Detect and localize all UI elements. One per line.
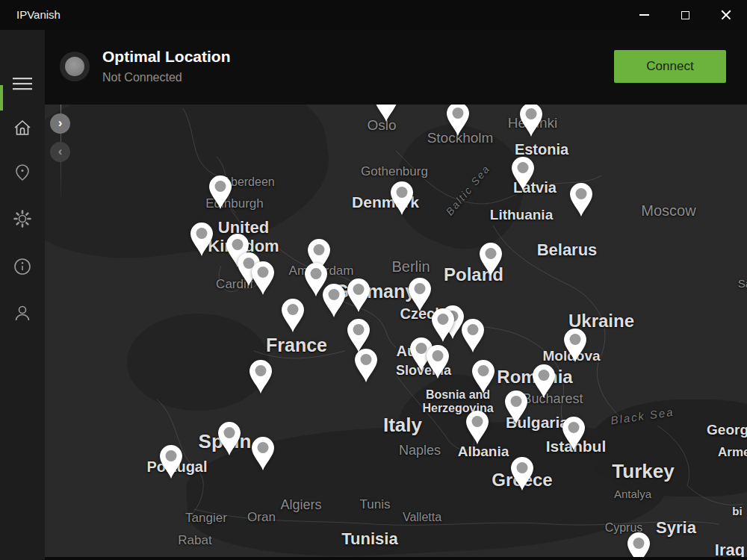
map-pin[interactable] (249, 261, 276, 296)
titlebar: IPVanish (0, 0, 747, 30)
map-pin[interactable] (560, 416, 587, 451)
header: Optimal Location Not Connected Connect (45, 30, 747, 105)
map-pin[interactable] (625, 532, 652, 560)
map-pin[interactable] (530, 364, 557, 399)
map-pin[interactable] (345, 278, 372, 313)
page-title: Optimal Location (102, 48, 231, 66)
map-pin[interactable] (477, 242, 504, 277)
bottom-bar (45, 557, 747, 560)
map-pin[interactable] (249, 436, 276, 471)
map-pin[interactable] (562, 328, 589, 363)
map-pin[interactable] (216, 421, 243, 456)
active-indicator (0, 85, 3, 111)
close-icon (721, 10, 731, 20)
map-pin[interactable] (444, 105, 471, 137)
map-pin[interactable] (388, 181, 415, 216)
maximize-button[interactable] (668, 0, 702, 30)
map-pin[interactable] (247, 359, 274, 394)
connection-status-text: Not Connected (102, 71, 182, 84)
sidebar-item-info[interactable] (7, 252, 37, 281)
menu-button[interactable] (7, 69, 37, 99)
minimize-button[interactable] (627, 0, 661, 30)
map-pin[interactable] (503, 390, 530, 425)
map-prev-button[interactable]: ‹ (50, 142, 70, 162)
status-lamp-icon (65, 57, 84, 76)
map-pin[interactable] (518, 105, 545, 137)
map-pin[interactable] (464, 410, 491, 445)
sidebar-item-home[interactable] (7, 113, 37, 143)
info-icon (12, 256, 33, 277)
sidebar-item-settings[interactable] (7, 204, 37, 234)
sidebar (0, 30, 45, 560)
map-pin[interactable] (353, 348, 379, 383)
map-pin[interactable] (406, 277, 433, 312)
map-pin[interactable] (320, 283, 347, 318)
map-pin[interactable] (568, 182, 595, 217)
map-pin[interactable] (424, 344, 451, 379)
map-pin[interactable] (207, 175, 234, 210)
settings-gear-icon (12, 208, 33, 229)
map-pin[interactable] (279, 298, 306, 333)
account-icon (12, 302, 33, 323)
country-borders (45, 105, 747, 560)
map-pin[interactable] (509, 456, 536, 491)
map-canvas[interactable]: › ‹ OsloStockholmHelsinkiGothenburgMosco… (45, 105, 747, 560)
map-pin[interactable] (509, 156, 536, 191)
map-next-button[interactable]: › (50, 113, 70, 134)
map-pin[interactable] (158, 444, 185, 479)
sidebar-item-locations[interactable] (7, 158, 37, 187)
minimize-icon (639, 14, 649, 16)
home-icon (12, 117, 33, 138)
close-button[interactable] (709, 0, 743, 30)
connect-button[interactable]: Connect (614, 50, 726, 83)
map-pin[interactable] (373, 105, 400, 122)
sidebar-item-account[interactable] (7, 298, 37, 328)
connection-status-indicator (60, 52, 90, 81)
map-pin[interactable] (459, 318, 486, 353)
app-title: IPVanish (16, 8, 61, 21)
location-pin-icon (12, 162, 33, 183)
menu-icon (12, 75, 33, 92)
maximize-icon (681, 11, 689, 19)
map-pin[interactable] (188, 222, 215, 257)
map-pin[interactable] (470, 359, 497, 394)
